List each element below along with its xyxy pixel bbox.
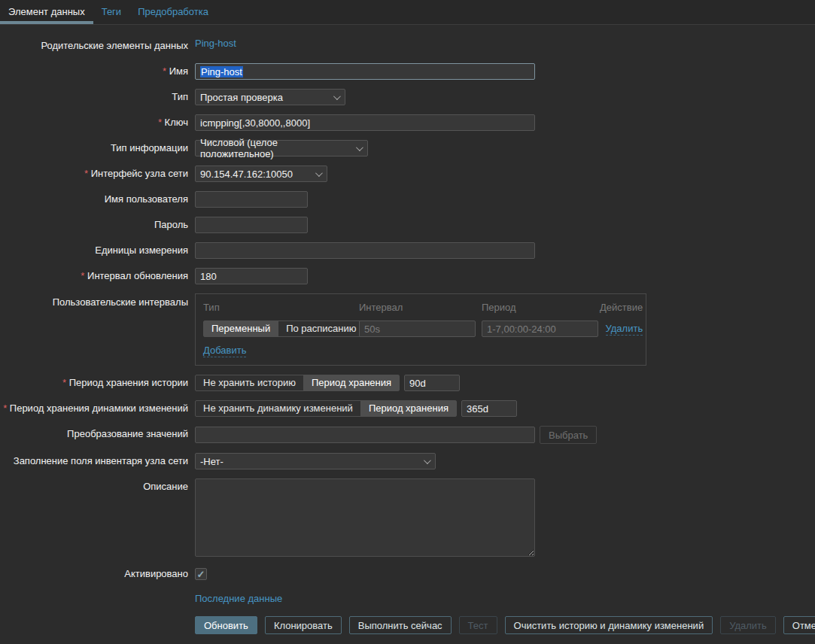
key-label: Ключ bbox=[0, 114, 188, 131]
chevron-down-icon bbox=[333, 93, 341, 100]
row-inventory: Заполнение поля инвентаря узла сети -Нет… bbox=[0, 453, 815, 469]
history-period-input[interactable] bbox=[404, 375, 460, 391]
interval-type-cell: Переменный По расписанию bbox=[203, 320, 359, 337]
custom-intervals-block: Тип Интервал Период Действие Переменный … bbox=[195, 293, 646, 366]
row-parent-items: Родительские элементы данных Ping-host bbox=[0, 38, 815, 54]
footer-button-bar: Обновить Клонировать Выполнить сейчас Те… bbox=[195, 616, 815, 634]
intervals-header-interval: Интервал bbox=[359, 299, 482, 320]
interval-type-flexible-option[interactable]: Переменный bbox=[204, 321, 278, 336]
row-description: Описание bbox=[0, 478, 815, 557]
description-label: Описание bbox=[0, 478, 188, 495]
intervals-header-action: Действие bbox=[600, 299, 643, 320]
name-input-selected-text: Ping-host bbox=[200, 66, 243, 77]
enabled-label: Активировано bbox=[0, 566, 188, 582]
row-info-type: Тип информации Числовой (целое положител… bbox=[0, 140, 815, 156]
type-label: Тип bbox=[0, 89, 188, 105]
valuemap-select-button[interactable]: Выбрать bbox=[540, 426, 597, 444]
interval-period-cell bbox=[482, 320, 600, 337]
row-history: Период хранения истории Не хранить истор… bbox=[0, 375, 815, 391]
clear-history-button[interactable]: Очистить историю и динамику изменений bbox=[505, 616, 713, 634]
username-input[interactable] bbox=[195, 191, 308, 208]
enabled-checkbox[interactable] bbox=[195, 568, 207, 580]
chevron-down-icon bbox=[424, 457, 431, 464]
update-button[interactable]: Обновить bbox=[195, 616, 257, 634]
row-custom-intervals: Пользовательские интервалы Тип Интервал … bbox=[0, 293, 815, 366]
row-valuemap: Преобразование значений Выбрать bbox=[0, 426, 815, 444]
name-input[interactable]: Ping-host bbox=[195, 63, 535, 80]
tab-item[interactable]: Элемент данных bbox=[0, 0, 93, 24]
row-key: Ключ bbox=[0, 114, 815, 131]
inventory-select-value: -Нет- bbox=[200, 456, 224, 467]
trends-storage-option[interactable]: Период хранения bbox=[360, 401, 456, 416]
row-trends: Период хранения динамики изменений Не хр… bbox=[0, 400, 815, 417]
type-select-value: Простая проверка bbox=[200, 92, 283, 103]
custom-intervals-label: Пользовательские интервалы bbox=[0, 293, 188, 308]
valuemap-input[interactable] bbox=[195, 427, 535, 443]
trends-period-input[interactable] bbox=[461, 400, 517, 417]
item-form: Родительские элементы данных Ping-host И… bbox=[0, 25, 815, 634]
history-off-option[interactable]: Не хранить историю bbox=[196, 375, 303, 390]
description-textarea[interactable] bbox=[195, 478, 535, 557]
row-update-interval: Интервал обновления bbox=[0, 268, 815, 284]
intervals-header-type: Тип bbox=[203, 299, 359, 320]
interface-select-value: 90.154.47.162:10050 bbox=[200, 169, 293, 180]
test-button[interactable]: Тест bbox=[459, 616, 497, 634]
clone-button[interactable]: Клонировать bbox=[265, 616, 342, 634]
interface-label: Интерфейс узла сети bbox=[0, 166, 188, 182]
tab-preprocessing[interactable]: Предобработка bbox=[129, 0, 217, 24]
remove-interval-link[interactable]: Удалить bbox=[606, 323, 643, 336]
update-interval-input[interactable] bbox=[195, 268, 308, 284]
key-input[interactable] bbox=[195, 114, 535, 131]
history-storage-option[interactable]: Период хранения bbox=[303, 375, 399, 390]
units-label: Единицы измерения bbox=[0, 242, 188, 259]
row-units: Единицы измерения bbox=[0, 242, 815, 259]
row-interface: Интерфейс узла сети 90.154.47.162:10050 bbox=[0, 166, 815, 182]
history-label: Период хранения истории bbox=[0, 375, 188, 391]
username-label: Имя пользователя bbox=[0, 191, 188, 208]
row-latest-data: Последние данные bbox=[0, 593, 815, 604]
inventory-select[interactable]: -Нет- bbox=[195, 453, 436, 469]
row-password: Пароль bbox=[0, 217, 815, 233]
interface-select[interactable]: 90.154.47.162:10050 bbox=[195, 166, 327, 182]
row-username: Имя пользователя bbox=[0, 191, 815, 208]
interval-input[interactable] bbox=[359, 320, 476, 337]
info-type-label: Тип информации bbox=[0, 140, 188, 156]
interval-value-cell bbox=[359, 320, 482, 337]
chevron-down-icon bbox=[356, 144, 363, 151]
execute-now-button[interactable]: Выполнить сейчас bbox=[349, 616, 452, 634]
info-type-select-value: Числовой (целое положительное) bbox=[200, 137, 350, 159]
intervals-header-period: Период bbox=[482, 299, 600, 320]
units-input[interactable] bbox=[195, 242, 535, 259]
password-input[interactable] bbox=[195, 217, 308, 233]
latest-data-link[interactable]: Последние данные bbox=[195, 593, 282, 604]
row-name: Имя Ping-host bbox=[0, 63, 815, 80]
tab-bar: Элемент данных Теги Предобработка bbox=[0, 0, 815, 25]
interval-action-cell: Удалить bbox=[600, 323, 643, 336]
trends-off-option[interactable]: Не хранить динамику изменений bbox=[196, 401, 360, 416]
period-input[interactable] bbox=[482, 320, 598, 337]
interval-type-scheduling-option[interactable]: По расписанию bbox=[278, 321, 363, 336]
valuemap-label: Преобразование значений bbox=[0, 426, 188, 442]
tab-tags[interactable]: Теги bbox=[93, 0, 129, 24]
chevron-down-icon bbox=[315, 169, 323, 177]
info-type-select[interactable]: Числовой (целое положительное) bbox=[195, 140, 368, 156]
row-footer-buttons: Обновить Клонировать Выполнить сейчас Те… bbox=[0, 616, 815, 634]
password-label: Пароль bbox=[0, 217, 188, 233]
interval-type-segmented: Переменный По расписанию bbox=[203, 320, 365, 337]
row-enabled: Активировано bbox=[0, 566, 815, 582]
parent-item-link[interactable]: Ping-host bbox=[195, 38, 236, 49]
delete-button[interactable]: Удалить bbox=[720, 616, 776, 634]
parent-items-label: Родительские элементы данных bbox=[0, 38, 188, 54]
row-type: Тип Простая проверка bbox=[0, 89, 815, 105]
history-segmented: Не хранить историю Период хранения bbox=[195, 375, 400, 391]
cancel-button[interactable]: Отмена bbox=[783, 616, 815, 634]
trends-segmented: Не хранить динамику изменений Период хра… bbox=[195, 400, 457, 417]
add-interval-link[interactable]: Добавить bbox=[203, 345, 246, 357]
trends-label: Период хранения динамики изменений bbox=[0, 400, 188, 417]
update-interval-label: Интервал обновления bbox=[0, 268, 188, 284]
inventory-label: Заполнение поля инвентаря узла сети bbox=[0, 453, 188, 469]
type-select[interactable]: Простая проверка bbox=[195, 89, 345, 105]
name-label: Имя bbox=[0, 63, 188, 80]
